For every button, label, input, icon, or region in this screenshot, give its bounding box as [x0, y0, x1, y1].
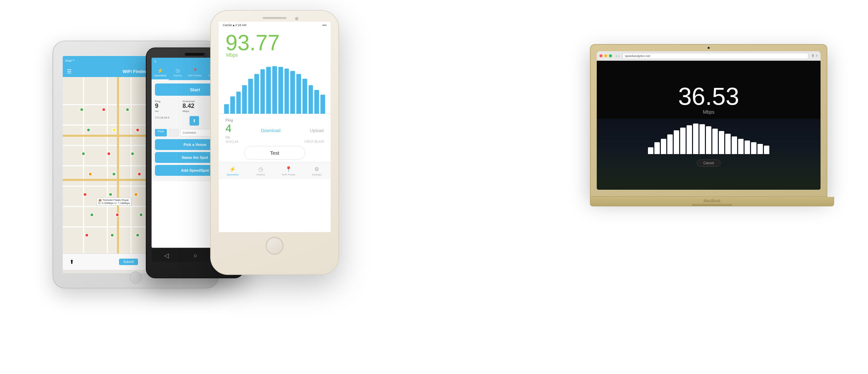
iphone-speed-value: 93.77 [225, 32, 324, 54]
iphone-tab-history[interactable]: ◷ History [247, 163, 275, 179]
macbook-camera [708, 47, 710, 49]
macbook-chart-bar [661, 139, 666, 154]
android-tab-history[interactable]: ◷ History [169, 65, 186, 80]
maximize-window-icon[interactable] [609, 54, 612, 57]
macbook-speed-chart [648, 120, 769, 154]
iphone-tab-wifi[interactable]: 📍 WiFi Finder [275, 163, 303, 179]
speedtest-icon: ⚡ [157, 68, 163, 73]
iphone-wifi-finder-icon: 📍 [285, 166, 292, 172]
iphone-carrier: Carrier [223, 23, 232, 27]
iphone-tab-wifi-label: WiFi Finder [282, 173, 296, 176]
macbook-chart-bar [699, 124, 705, 154]
chart-bar [224, 104, 229, 114]
iphone-screen: Carrier ▲ 2:18 AM ▪▪▪▪ 93.77 Mbps Ping [219, 22, 331, 232]
iphone-speed-display: 93.77 Mbps [219, 29, 331, 60]
iphone-ping-section: Ping [219, 117, 331, 122]
macbook-chart-bar [725, 134, 731, 154]
macbook-chart-bar [687, 125, 692, 154]
macbook-lid: ‹ › speedanalytics.net ⬆ + [590, 44, 827, 197]
macbook-chart-bar [732, 136, 737, 154]
hotel-speed: D: 0.32Mbps U: 7.18Mbps [98, 202, 130, 205]
iphone-ping-label: Ping [225, 118, 233, 122]
macbook-screen: ‹ › speedanalytics.net ⬆ + [597, 51, 821, 190]
android-camera [203, 54, 207, 57]
iphone-history-icon: ◷ [258, 166, 263, 172]
history-icon: ◷ [176, 68, 180, 73]
macbook-chart-bar [648, 147, 653, 154]
ping-unit: ms [155, 110, 180, 113]
iphone-camera [295, 17, 298, 20]
iphone-tab-speedtest-label: Speedtest [226, 173, 239, 176]
browser-forward-button[interactable]: › [618, 54, 619, 58]
minimize-window-icon[interactable] [604, 54, 607, 57]
hotel-marker[interactable]: 🏨 Timhotel Palais Royal D: 0.32Mbps U: 7… [97, 198, 132, 206]
chart-bar [314, 90, 319, 114]
tablet-menu-icon[interactable]: ☰ [67, 68, 72, 75]
chart-bar [302, 79, 307, 114]
iphone-home-button[interactable] [266, 237, 283, 255]
iphone-time: 2:18 AM [235, 23, 246, 27]
browser-nav-buttons: ‹ › [616, 54, 619, 58]
chart-bar [296, 74, 301, 114]
macbook-chart-bar [680, 128, 686, 154]
iphone-tab-settings[interactable]: ⚙ Settings [303, 163, 331, 179]
android-back-button[interactable]: ◁ [164, 252, 169, 259]
macbook-chart-bar [764, 146, 769, 154]
chart-bar [260, 69, 265, 114]
iphone-download-label: Download [261, 128, 280, 133]
macbook-chart-bar [667, 134, 673, 154]
android-tab-wifi-label: WiFi Finder [188, 74, 202, 77]
macbook-chart-bar [654, 142, 660, 154]
iphone-ip-row: 10.0.1.24 178.27.32.133 [219, 140, 331, 143]
chart-bar [278, 67, 283, 114]
macbook-chart-bar [745, 141, 750, 154]
browser-url-bar[interactable]: speedanalytics.net [623, 53, 808, 59]
iphone-speaker [263, 17, 287, 19]
browser-add-tab-icon[interactable]: + [816, 54, 818, 58]
iphone-tab-speedtest[interactable]: ⚡ Speedtest [219, 163, 247, 179]
hotel-bed-icon: 🏨 [98, 199, 102, 202]
tablet-share-icon[interactable]: ⬆ [70, 259, 74, 265]
macbook-base: MacBook [590, 197, 834, 206]
macbook-chart-bar [719, 131, 724, 154]
macbook-chart-bar [712, 129, 718, 154]
browser-share-icon[interactable]: ⬆ [811, 54, 814, 58]
iphone-ping-unit-text: ms [225, 135, 230, 139]
android-stat-download: Download 8.42 Mbps [182, 100, 207, 113]
macbook-chart-bar [693, 124, 698, 154]
iphone-test-button[interactable]: Test [244, 146, 305, 160]
macbook-label: MacBook [704, 199, 721, 203]
chart-bar [290, 71, 295, 114]
iphone-settings-icon: ⚙ [314, 166, 319, 172]
iphone-bottom-tabs: ⚡ Speedtest ◷ History 📍 WiFi Finder ⚙ Se… [219, 162, 331, 179]
tablet-home-button[interactable] [130, 272, 142, 284]
iphone-ping-row: 4 Download Upload [219, 122, 331, 135]
iphone-upload-label: Upload [310, 128, 324, 133]
macbook-cancel-button[interactable]: Cancel [697, 160, 720, 167]
browser-url-text: speedanalytics.net [625, 54, 650, 58]
download-unit: Mbps [182, 110, 207, 113]
iphone-speedtest-icon: ⚡ [229, 166, 236, 172]
macbook-chart-bar [751, 142, 756, 154]
macbook-chart-bar [757, 144, 763, 154]
iphone-ping-value: 4 [225, 122, 232, 135]
chart-bar [236, 92, 241, 114]
close-window-icon[interactable] [599, 54, 603, 57]
android-tab-speedtest[interactable]: ⚡ Speedtest [152, 65, 169, 80]
iphone-ip-left: 10.0.1.24 [225, 140, 238, 143]
chart-bar [230, 96, 235, 114]
tablet-submit-left[interactable]: Submit [119, 259, 138, 265]
macbook-notch [692, 204, 732, 206]
android-toggle[interactable] [169, 129, 178, 136]
android-home-button[interactable]: ○ [194, 252, 197, 259]
chart-bar [254, 74, 259, 114]
chart-bar [242, 85, 247, 114]
browser-action-icons: ⬆ + [811, 54, 818, 58]
android-tab-wifi[interactable]: 📍 WiFi Finder [186, 65, 203, 80]
iphone-speed-chart [219, 60, 331, 114]
browser-back-button[interactable]: ‹ [616, 54, 617, 58]
android-speaker [185, 53, 205, 56]
chart-bar [248, 79, 253, 114]
macbook-speed-unit: Mbps [703, 109, 714, 115]
macbook-chart-bar [674, 130, 679, 154]
